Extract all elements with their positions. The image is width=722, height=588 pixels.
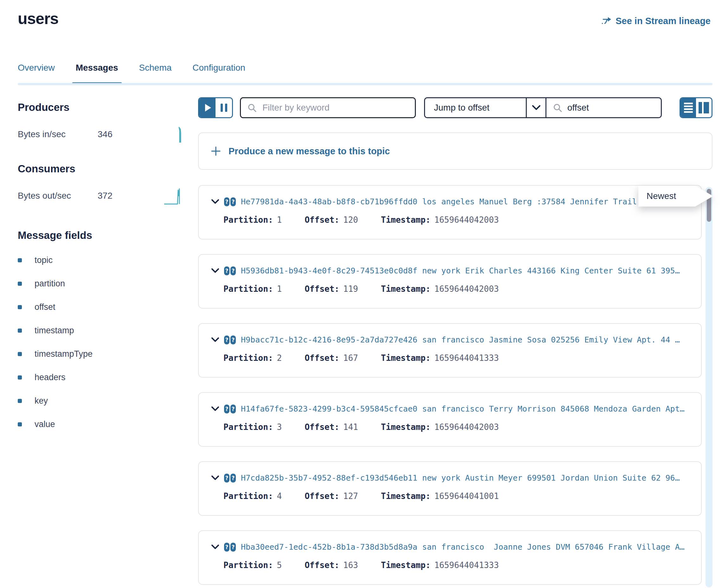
message-key-text: H9bacc71c-b12c-4216-8e95-2a7da727e426 sa… xyxy=(241,335,688,344)
pause-button[interactable] xyxy=(215,98,232,117)
message-meta-row: Partition:1 Offset:119 Timestamp:1659644… xyxy=(224,284,688,294)
search-icon xyxy=(553,103,562,112)
offset-search-input[interactable] xyxy=(567,102,655,113)
unknown-glyph-icons: ? ? xyxy=(224,543,236,551)
timestamp-label: Timestamp: xyxy=(381,561,431,570)
field-label: key xyxy=(35,396,48,406)
timestamp-label: Timestamp: xyxy=(381,491,431,501)
message-meta-row: Partition:1 Offset:120 Timestamp:1659644… xyxy=(224,215,688,225)
field-item-headers[interactable]: headers xyxy=(18,373,186,382)
timestamp-label: Timestamp: xyxy=(381,284,431,294)
chevron-down-icon[interactable] xyxy=(211,337,219,342)
tab-schema[interactable]: Schema xyxy=(139,63,172,73)
chevron-down-icon[interactable] xyxy=(211,545,219,550)
field-label: timestampType xyxy=(35,349,92,359)
unknown-glyph-icon: ? xyxy=(230,543,236,551)
square-bullet-icon xyxy=(18,375,22,380)
timestamp-label: Timestamp: xyxy=(381,353,431,363)
field-item-key[interactable]: key xyxy=(18,396,186,405)
play-icon xyxy=(205,104,211,111)
tab-overview[interactable]: Overview xyxy=(18,63,55,73)
field-label: offset xyxy=(35,302,56,312)
field-label: timestamp xyxy=(35,326,74,336)
view-mode-toggle xyxy=(680,97,713,118)
play-button[interactable] xyxy=(199,98,215,117)
partition-label: Partition: xyxy=(224,422,273,432)
chevron-down-icon[interactable] xyxy=(211,406,219,412)
message-key-text: H7cda825b-35b7-4952-88ef-c193d546eb11 ne… xyxy=(241,473,688,483)
unknown-glyph-icon: ? xyxy=(230,474,236,483)
message-key-row: ? ? Hba30eed7-1edc-452b-8b1a-738d3b5d8a9… xyxy=(211,542,688,551)
bytes-out-value: 372 xyxy=(98,191,112,201)
metrics-sidebar: Producers Bytes in/sec 346 Consumers Byt… xyxy=(18,97,186,429)
offset-search xyxy=(545,98,661,117)
list-view-button[interactable] xyxy=(680,98,696,117)
offset-value: 167 xyxy=(343,353,358,363)
message-card[interactable]: ? ? H9bacc71c-b12c-4216-8e95-2a7da727e42… xyxy=(198,323,702,378)
field-item-partition[interactable]: partition xyxy=(18,279,186,288)
tab-configuration[interactable]: Configuration xyxy=(192,63,245,73)
split-view-icon xyxy=(699,102,709,113)
unknown-glyph-icons: ? ? xyxy=(224,197,236,206)
jump-to-offset-select[interactable]: Jump to offset xyxy=(425,98,526,117)
bytes-in-label: Bytes in/sec xyxy=(18,129,98,140)
partition-label: Partition: xyxy=(224,561,273,570)
message-key-row: ? ? H14fa67fe-5823-4299-b3c4-595845cfcae… xyxy=(211,404,688,414)
message-key-row: ? ? H5936db81-b943-4e0f-8c29-74513e0c0d8… xyxy=(211,266,688,275)
plus-icon xyxy=(211,146,221,156)
partition-value: 1 xyxy=(277,284,282,294)
unknown-glyph-icon: ? xyxy=(230,404,236,414)
square-bullet-icon xyxy=(18,258,22,262)
split-view-button[interactable] xyxy=(696,98,711,117)
play-pause-toggle xyxy=(198,97,233,118)
offset-value: 127 xyxy=(343,491,358,501)
messages-toolbar: Jump to offset xyxy=(198,97,713,119)
message-meta-row: Partition:5 Offset:163 Timestamp:1659644… xyxy=(224,561,688,570)
field-item-timestampType[interactable]: timestampType xyxy=(18,349,186,359)
message-card[interactable]: ? ? Hba30eed7-1edc-452b-8b1a-738d3b5d8a9… xyxy=(198,530,702,585)
message-card[interactable]: ? ? He77981da-4a43-48ab-b8f8-cb71b96ffdd… xyxy=(198,185,702,239)
producers-heading: Producers xyxy=(18,101,186,113)
produce-message-button[interactable]: Produce a new message to this topic xyxy=(198,132,713,170)
message-key-text: He77981da-4a43-48ab-b8f8-cb71b96ffdd0 lo… xyxy=(241,197,688,206)
timestamp-value: 1659644041333 xyxy=(434,561,499,570)
square-bullet-icon xyxy=(18,399,22,403)
field-item-offset[interactable]: offset xyxy=(18,302,186,312)
message-list-scrollbar[interactable] xyxy=(705,187,713,587)
chevron-down-icon[interactable] xyxy=(211,476,219,481)
message-card[interactable]: ? ? H7cda825b-35b7-4952-88ef-c193d546eb1… xyxy=(198,461,702,516)
message-fields-list: topic partition offset timestamp timesta… xyxy=(18,255,186,429)
field-label: headers xyxy=(35,373,66,382)
jump-to-offset-control: Jump to offset xyxy=(424,97,662,118)
timestamp-label: Timestamp: xyxy=(381,422,431,432)
bytes-out-sparkline xyxy=(164,186,184,205)
field-item-value[interactable]: value xyxy=(18,419,186,429)
square-bullet-icon xyxy=(18,422,22,426)
producers-stat-row: Bytes in/sec 346 xyxy=(18,124,186,145)
offset-label: Offset: xyxy=(305,284,339,294)
field-item-timestamp[interactable]: timestamp xyxy=(18,326,186,335)
chevron-down-icon[interactable] xyxy=(211,268,219,273)
unknown-glyph-icon: ? xyxy=(230,336,236,344)
offset-label: Offset: xyxy=(305,353,339,363)
message-key-row: ? ? H7cda825b-35b7-4952-88ef-c193d546eb1… xyxy=(211,473,688,483)
field-item-topic[interactable]: topic xyxy=(18,255,186,265)
offset-label: Offset: xyxy=(305,561,339,570)
stream-lineage-link[interactable]: See in Stream lineage xyxy=(601,16,710,26)
newest-tooltip-label: Newest xyxy=(646,191,676,201)
message-card[interactable]: ? ? H14fa67fe-5823-4299-b3c4-595845cfcae… xyxy=(198,392,702,447)
newest-tooltip: Newest xyxy=(638,186,713,207)
message-card[interactable]: ? ? H5936db81-b943-4e0f-8c29-74513e0c0d8… xyxy=(198,254,702,309)
chevron-down-icon[interactable] xyxy=(211,199,219,204)
tab-messages[interactable]: Messages xyxy=(76,63,118,73)
timestamp-label: Timestamp: xyxy=(381,215,431,225)
keyword-filter-input[interactable] xyxy=(262,102,409,113)
message-key-row: ? ? He77981da-4a43-48ab-b8f8-cb71b96ffdd… xyxy=(211,197,688,206)
jump-select-chevron-button[interactable] xyxy=(526,98,545,117)
partition-value: 4 xyxy=(277,491,282,501)
timestamp-value: 1659644042003 xyxy=(434,422,499,432)
message-key-text: H14fa67fe-5823-4299-b3c4-595845cfcae0 sa… xyxy=(241,404,688,414)
consumers-stat-row: Bytes out/sec 372 xyxy=(18,186,186,206)
timestamp-value: 1659644041001 xyxy=(434,491,499,501)
message-key-row: ? ? H9bacc71c-b12c-4216-8e95-2a7da727e42… xyxy=(211,335,688,344)
